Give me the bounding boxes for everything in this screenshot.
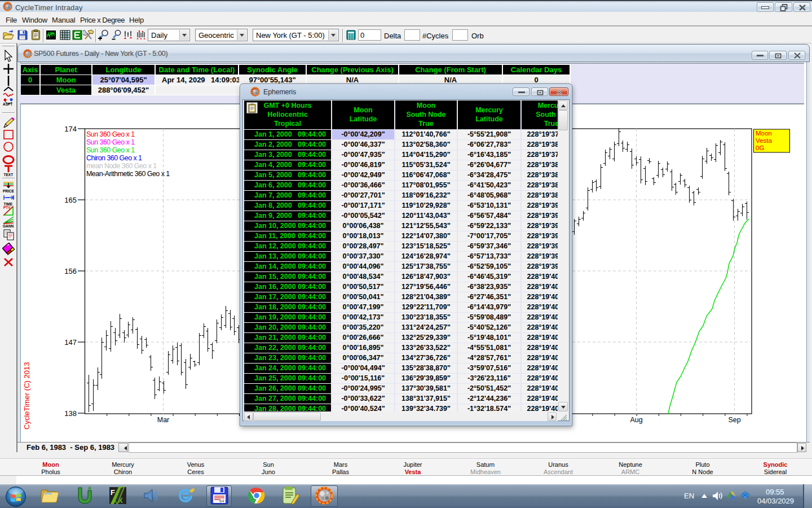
svg-text:PTV: PTV — [3, 205, 11, 209]
svg-text:PRICE: PRICE — [3, 189, 15, 193]
svg-text:ASPT: ASPT — [3, 102, 12, 106]
svg-text:64·: 64· — [219, 499, 227, 503]
svg-text:GANN: GANN — [3, 224, 14, 228]
svg-text:F: F — [111, 488, 115, 497]
svg-text:TEXT: TEXT — [4, 173, 14, 177]
